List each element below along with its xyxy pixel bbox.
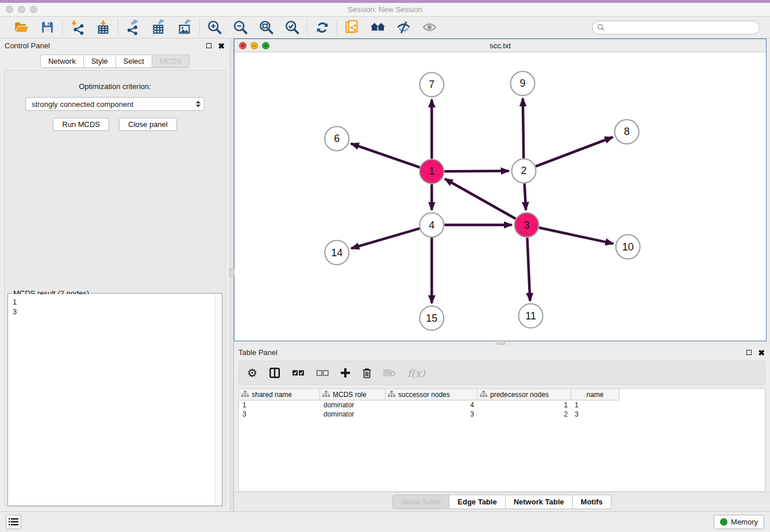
graph-node-10[interactable]: 10: [616, 235, 640, 259]
deselect-all-icon[interactable]: [316, 366, 329, 380]
graph-edge-1-6[interactable]: [351, 144, 420, 167]
graph-node-14[interactable]: 14: [325, 241, 349, 265]
table-cell[interactable]: 4: [386, 400, 478, 410]
table-cell[interactable]: 3: [386, 410, 478, 419]
table-cell[interactable]: dominator: [320, 400, 386, 410]
column-header-label: shared name: [252, 391, 292, 399]
show-eye-icon[interactable]: [422, 20, 437, 35]
zoom-in-icon[interactable]: [207, 20, 222, 35]
float-panel-icon[interactable]: [205, 42, 213, 50]
table-tab-bar: Node Table Edge Table Network Table Moti…: [234, 492, 770, 511]
delete-column-icon[interactable]: [362, 366, 372, 380]
import-table-icon[interactable]: [95, 20, 111, 35]
graph-edge-2-3[interactable]: [525, 183, 526, 210]
table-cell[interactable]: 3: [239, 410, 320, 419]
close-panel-icon[interactable]: ✖: [217, 42, 225, 50]
zoom-selected-icon[interactable]: [284, 20, 300, 35]
tab-network-table[interactable]: Network Table: [506, 495, 573, 509]
splitter-grip[interactable]: [229, 268, 234, 276]
table-row[interactable]: 3dominator323: [239, 410, 619, 419]
zoom-fit-icon[interactable]: [259, 20, 274, 35]
hide-panels-icon[interactable]: [396, 20, 411, 35]
network-canvas[interactable]: 1234678910111415: [234, 52, 766, 341]
table-cell[interactable]: 2: [478, 410, 571, 419]
graph-edge-3-10[interactable]: [539, 228, 613, 244]
column-header-label: successor nodes: [398, 391, 450, 399]
tab-edge-table[interactable]: Edge Table: [449, 495, 505, 509]
result-scrollbar[interactable]: [215, 294, 221, 505]
graph-node-1[interactable]: 1: [419, 159, 444, 183]
search-input[interactable]: [607, 24, 754, 32]
graph-node-8[interactable]: 8: [615, 119, 639, 144]
tab-network[interactable]: Network: [40, 55, 84, 68]
tab-mcds[interactable]: MCDS: [152, 55, 190, 68]
export-table-icon[interactable]: [151, 20, 167, 35]
column-header-shared-name[interactable]: shared name: [239, 389, 320, 400]
network-minimize-button[interactable]: −: [251, 42, 258, 49]
column-header-MCDS-role[interactable]: MCDS role: [320, 389, 386, 400]
tab-style[interactable]: Style: [84, 55, 116, 68]
table-row[interactable]: 1dominator411: [239, 400, 619, 410]
graph-node-7[interactable]: 7: [419, 72, 444, 97]
save-icon[interactable]: [40, 20, 55, 35]
table-cell[interactable]: 1: [571, 400, 619, 410]
column-header-label: MCDS role: [333, 391, 367, 399]
import-network-icon[interactable]: [70, 20, 85, 35]
network-from-clipboard-icon[interactable]: [344, 20, 360, 35]
network-close-button[interactable]: ×: [239, 42, 247, 49]
home-icon[interactable]: [370, 20, 386, 35]
column-header-name[interactable]: name: [571, 389, 619, 400]
tab-node-table[interactable]: Node Table: [392, 495, 449, 509]
add-column-icon[interactable]: [340, 366, 351, 380]
graph-edge-2-9[interactable]: [523, 98, 523, 158]
memory-button[interactable]: Memory: [714, 515, 764, 529]
tab-motifs[interactable]: Motifs: [573, 495, 611, 509]
graph-edge-2-8[interactable]: [536, 137, 613, 167]
table-cell[interactable]: dominator: [320, 410, 386, 419]
graph-node-6[interactable]: 6: [325, 126, 349, 151]
svg-text:8: 8: [624, 126, 630, 137]
export-image-icon[interactable]: [177, 20, 192, 35]
graph-edge-3-11[interactable]: [528, 238, 530, 301]
graph-edge-1-2[interactable]: [444, 171, 509, 172]
svg-text:7: 7: [429, 79, 434, 90]
column-header-predecessor-nodes[interactable]: predecessor nodes: [478, 389, 571, 400]
close-panel-icon[interactable]: ✖: [757, 349, 765, 357]
refresh-icon[interactable]: [314, 20, 330, 35]
network-maximize-button[interactable]: +: [262, 42, 270, 49]
function-builder-icon[interactable]: f(x): [407, 366, 425, 380]
float-panel-icon[interactable]: [745, 349, 753, 357]
run-mcds-button[interactable]: Run MCDS: [53, 118, 109, 131]
graph-edge-4-14[interactable]: [351, 229, 419, 249]
task-history-button[interactable]: [6, 515, 21, 529]
svg-text:4: 4: [429, 219, 434, 231]
tab-select[interactable]: Select: [116, 55, 152, 68]
node-table[interactable]: shared nameMCDS rolesuccessor nodesprede…: [238, 388, 765, 492]
table-cell[interactable]: 1: [239, 400, 320, 410]
table-cell[interactable]: 1: [478, 400, 571, 410]
column-header-successor-nodes[interactable]: successor nodes: [386, 389, 478, 400]
graph-node-11[interactable]: 11: [519, 304, 543, 328]
close-panel-button[interactable]: Close panel: [119, 118, 177, 131]
splitter-grip[interactable]: [497, 340, 505, 345]
graph-edge-3-1[interactable]: [445, 179, 515, 219]
table-cell[interactable]: 3: [571, 410, 619, 419]
zoom-out-icon[interactable]: [233, 20, 248, 35]
gear-icon[interactable]: ⚙: [247, 366, 257, 380]
optimization-criterion-select[interactable]: strongly connected component: [25, 97, 205, 111]
graph-node-9[interactable]: 9: [511, 71, 535, 95]
columns-icon[interactable]: [269, 366, 280, 380]
vertical-splitter[interactable]: [230, 38, 234, 511]
open-folder-icon[interactable]: [14, 20, 29, 35]
select-all-icon[interactable]: [292, 366, 305, 380]
select-value: strongly connected component: [32, 100, 196, 109]
horizontal-splitter[interactable]: [234, 341, 770, 345]
graph-node-3[interactable]: 3: [515, 213, 539, 237]
graph-node-15[interactable]: 15: [419, 306, 444, 330]
export-network-icon[interactable]: [125, 20, 141, 35]
graph-node-2[interactable]: 2: [512, 159, 536, 183]
mcds-result-text[interactable]: 13: [9, 294, 221, 505]
graph-node-4[interactable]: 4: [419, 213, 444, 237]
zoom-group: [200, 20, 307, 35]
search-box[interactable]: [592, 21, 760, 34]
